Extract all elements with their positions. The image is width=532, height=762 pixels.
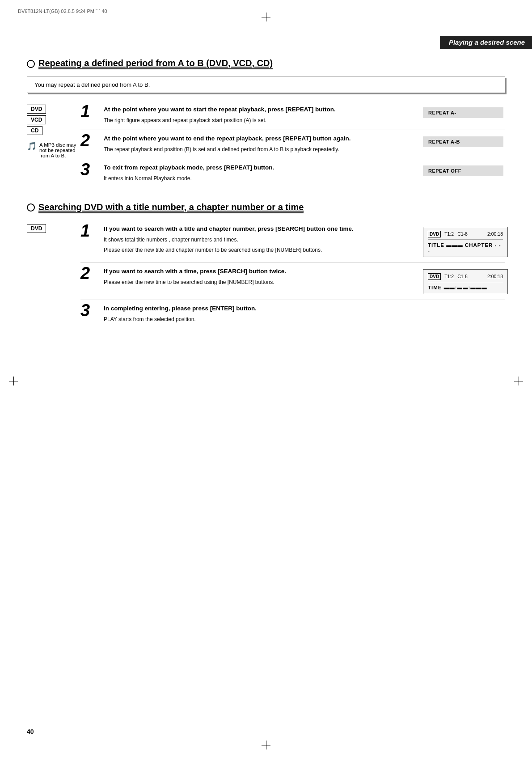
s2-step-number-1: 1 (80, 222, 98, 239)
note-icon: 🎵 (27, 142, 37, 150)
section1-badges: DVD VCD CD 🎵 A MP3 disc may not be repea… (27, 101, 80, 188)
s2-step-number-2: 2 (80, 265, 98, 282)
page-number: 40 (27, 728, 34, 735)
section1-step-1: 1 At the point where you want to start t… (80, 101, 505, 130)
screen-top-bar-1: DVD T1:2 C1-8 2:00:18 (428, 231, 503, 240)
step-side-1: REPEAT A- (416, 106, 505, 118)
step-title-1: At the point where you want to start the… (104, 106, 416, 114)
s2-step-number-3: 3 (80, 302, 98, 319)
s2-step-desc1b: Please enter the new title and chapter n… (104, 246, 416, 254)
repeat-badge-2: REPEAT A-B (423, 136, 503, 147)
step-title-2: At the point where you want to end the r… (104, 135, 416, 143)
badge-cd: CD (27, 126, 42, 135)
t-label-1: T1:2 (444, 231, 454, 237)
dvd-logo-1: DVD (428, 231, 441, 237)
screen-top-bar-2: DVD T1:2 C1-8 2:00:18 (428, 273, 503, 282)
step-number-2: 2 (80, 132, 98, 149)
section2-step-3: 3 In completing entering, please press [… (80, 300, 505, 329)
step-content-2: At the point where you want to end the r… (104, 135, 416, 153)
section-circle-1 (27, 60, 35, 68)
section2-title: Searching DVD with a title number, a cha… (38, 202, 304, 213)
s2-step-content-3: In completing entering, please press [EN… (104, 305, 416, 323)
section2: Searching DVD with a title number, a cha… (27, 202, 505, 329)
step-title-3: To exit from repeat playback mode, press… (104, 164, 416, 172)
cross-right-mid (514, 377, 523, 385)
step-desc-2: The repeat playback end position (B) is … (104, 145, 416, 153)
header-meta: DV6T812N-LT(GB) 02.8.5 9:24 PM ˜ ` 40 (18, 8, 107, 14)
step-side-2: REPEAT A-B (416, 135, 505, 147)
c-label-2: C1-8 (457, 274, 468, 279)
section1-heading: Repeating a defined period from A to B (… (27, 58, 505, 69)
cross-bottom-center (262, 741, 270, 749)
s2-step-side-1: DVD T1:2 C1-8 2:00:18 TITLE ▬▬▬ CHAPTER … (416, 225, 505, 257)
step-content-1: At the point where you want to start the… (104, 106, 416, 124)
badge-dvd: DVD (27, 105, 46, 114)
note-text: A MP3 disc may not be repeated from A to… (39, 142, 80, 158)
section1-title: Repeating a defined period from A to B (… (38, 58, 273, 69)
info-box-1: You may repeat a defined period from A t… (27, 76, 505, 93)
s2-step-desc-3: PLAY starts from the selected position. (104, 315, 416, 323)
step-number-1: 1 (80, 103, 98, 120)
dvd-logo-2: DVD (428, 273, 441, 280)
time-label-1: 2:00:18 (487, 231, 503, 237)
repeat-badge-1: REPEAT A- (423, 107, 503, 118)
s2-step-content-2: If you want to search with a time, press… (104, 267, 416, 286)
section2-badges: DVD (27, 220, 80, 329)
step-content-3: To exit from repeat playback mode, press… (104, 164, 416, 182)
main-content: Repeating a defined period from A to B (… (27, 58, 505, 329)
s2-step-title-1: If you want to search with a title and c… (104, 225, 416, 233)
s2-step-title-3: In completing entering, please press [EN… (104, 305, 416, 313)
badge-dvd-2: DVD (27, 224, 46, 233)
step-desc-3: It enters into Normal Playback mode. (104, 174, 416, 182)
s2-step-desc1a: It shows total title numbers , chapter n… (104, 236, 416, 244)
time-label-2: 2:00:18 (487, 274, 503, 279)
section2-step-1: 1 If you want to search with a title and… (80, 220, 505, 263)
step-desc-1: The right figure appears and repeat play… (104, 116, 416, 124)
screen-mockup-2: DVD T1:2 C1-8 2:00:18 TIME ▬▬:▬▬:▬▬▬ (423, 269, 508, 294)
note-box: 🎵 A MP3 disc may not be repeated from A … (27, 142, 80, 158)
section2-step-2: 2 If you want to search with a time, pre… (80, 263, 505, 300)
repeat-badge-3: REPEAT OFF (423, 165, 503, 176)
s2-step-title-2: If you want to search with a time, press… (104, 267, 416, 276)
section1-step-3: 3 To exit from repeat playback mode, pre… (80, 159, 505, 188)
screen-mockup-1: DVD T1:2 C1-8 2:00:18 TITLE ▬▬▬ CHAPTER … (423, 227, 508, 257)
section2-steps-container: DVD 1 If you want to search with a title… (27, 220, 505, 329)
section2-heading: Searching DVD with a title number, a cha… (27, 202, 505, 213)
s2-step-content-1: If you want to search with a title and c… (104, 225, 416, 254)
screen-row-1: TITLE ▬▬▬ CHAPTER - - - (428, 242, 503, 253)
step-side-3: REPEAT OFF (416, 164, 505, 176)
step-number-3: 3 (80, 161, 98, 178)
header-bar: DV6T812N-LT(GB) 02.8.5 9:24 PM ˜ ` 40 (0, 0, 532, 22)
section2-steps-list: 1 If you want to search with a title and… (80, 220, 505, 329)
cross-left-mid (9, 377, 18, 385)
section1-step-2: 2 At the point where you want to end the… (80, 130, 505, 159)
section1-steps-container: DVD VCD CD 🎵 A MP3 disc may not be repea… (27, 101, 505, 188)
s2-step-desc-2: Please enter the new time to be searched… (104, 278, 416, 286)
screen-row-2: TIME ▬▬:▬▬:▬▬▬ (428, 285, 503, 290)
c-label-1: C1-8 (457, 231, 468, 237)
section1-steps-list: 1 At the point where you want to start t… (80, 101, 505, 188)
badge-vcd: VCD (27, 115, 46, 124)
title-banner: Playing a desired scene (440, 36, 532, 49)
section-circle-2 (27, 203, 35, 212)
t-label-2: T1:2 (444, 274, 454, 279)
s2-step-side-3 (416, 305, 505, 306)
s2-step-side-2: DVD T1:2 C1-8 2:00:18 TIME ▬▬:▬▬:▬▬▬ (416, 267, 505, 294)
